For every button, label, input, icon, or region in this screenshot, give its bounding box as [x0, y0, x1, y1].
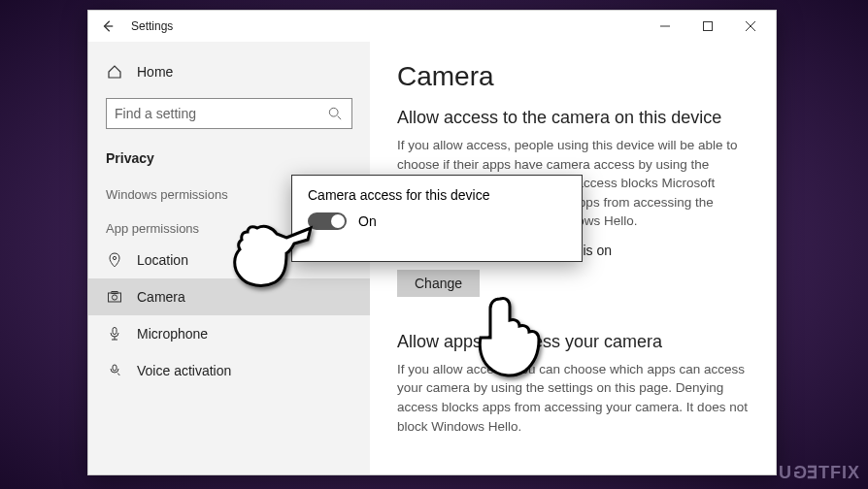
sidebar-home-label: Home — [137, 64, 173, 80]
sidebar-home[interactable]: Home — [88, 55, 370, 88]
svg-rect-3 — [109, 293, 121, 302]
maximize-button[interactable] — [686, 11, 729, 42]
section-allow-apps-desc: If you allow access, you can choose whic… — [397, 360, 749, 436]
nav-label: Location — [137, 252, 188, 268]
search-placeholder: Find a setting — [115, 106, 326, 121]
popup-title: Camera access for this device — [308, 187, 566, 203]
svg-rect-7 — [113, 365, 117, 371]
close-button[interactable] — [729, 11, 772, 42]
window-title: Settings — [131, 19, 173, 33]
page-title: Camera — [397, 61, 749, 92]
home-icon — [106, 63, 123, 81]
section-allow-apps-title: Allow apps to access your camera — [397, 332, 749, 352]
svg-rect-0 — [704, 22, 713, 31]
svg-point-4 — [112, 295, 117, 300]
nav-label: Microphone — [137, 326, 208, 342]
minimize-button[interactable] — [644, 11, 686, 42]
svg-rect-6 — [113, 328, 117, 335]
camera-icon — [106, 288, 123, 306]
sidebar-item-microphone[interactable]: Microphone — [88, 315, 370, 352]
watermark: UGƎTFIX — [779, 462, 860, 483]
svg-point-2 — [113, 256, 116, 259]
search-input[interactable]: Find a setting — [106, 98, 352, 129]
section-allow-access-title: Allow access to the camera on this devic… — [397, 108, 749, 128]
search-icon — [326, 105, 344, 122]
sidebar-item-voice-activation[interactable]: Voice activation — [88, 352, 370, 389]
nav-label: Voice activation — [137, 363, 231, 378]
microphone-icon — [106, 325, 123, 342]
arrow-left-icon — [101, 19, 115, 33]
back-button[interactable] — [92, 11, 123, 42]
toggle-state-label: On — [358, 213, 377, 229]
nav-label: Camera — [137, 289, 185, 305]
cursor-hand-icon — [218, 218, 316, 310]
window-controls — [644, 11, 772, 42]
svg-point-1 — [329, 108, 338, 116]
sidebar-section: Privacy — [88, 143, 370, 174]
voice-icon — [106, 362, 123, 379]
titlebar: Settings — [88, 11, 776, 42]
camera-access-popup: Camera access for this device On — [291, 175, 583, 262]
location-icon — [106, 251, 123, 269]
cursor-hand-icon — [461, 291, 549, 392]
